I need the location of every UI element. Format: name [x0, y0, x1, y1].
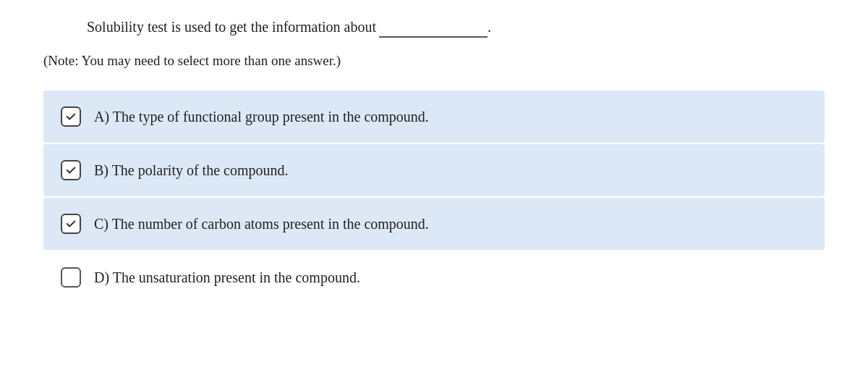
option-b[interactable]: B) The polarity of the compound.: [43, 144, 825, 196]
options-list: A) The type of functional group present …: [43, 91, 825, 305]
option-a[interactable]: A) The type of functional group present …: [43, 91, 825, 143]
checkmark-b: [65, 164, 77, 176]
note-text: (Note: You may need to select more than …: [43, 51, 825, 72]
checkbox-a[interactable]: [61, 106, 81, 127]
checkbox-d[interactable]: [61, 267, 81, 288]
checkmark-d-empty: [65, 272, 77, 283]
option-a-label: A) The type of functional group present …: [94, 106, 429, 127]
option-d[interactable]: D) The unsaturation present in the compo…: [43, 251, 825, 303]
option-c-label: C) The number of carbon atoms present in…: [94, 214, 429, 234]
checkmark-a: [65, 111, 77, 122]
checkmark-c: [65, 218, 77, 230]
blank-line: [379, 14, 488, 38]
option-d-label: D) The unsaturation present in the compo…: [94, 267, 360, 288]
option-c[interactable]: C) The number of carbon atoms present in…: [43, 198, 825, 250]
question-container: Solubility test is used to get the infor…: [43, 14, 825, 305]
checkbox-c[interactable]: [61, 214, 81, 234]
option-b-label: B) The polarity of the compound.: [94, 160, 288, 180]
question-stem: Solubility test is used to get the infor…: [43, 14, 825, 38]
stem-text: Solubility test is used to get the infor…: [87, 19, 376, 35]
checkbox-b[interactable]: [61, 160, 81, 180]
